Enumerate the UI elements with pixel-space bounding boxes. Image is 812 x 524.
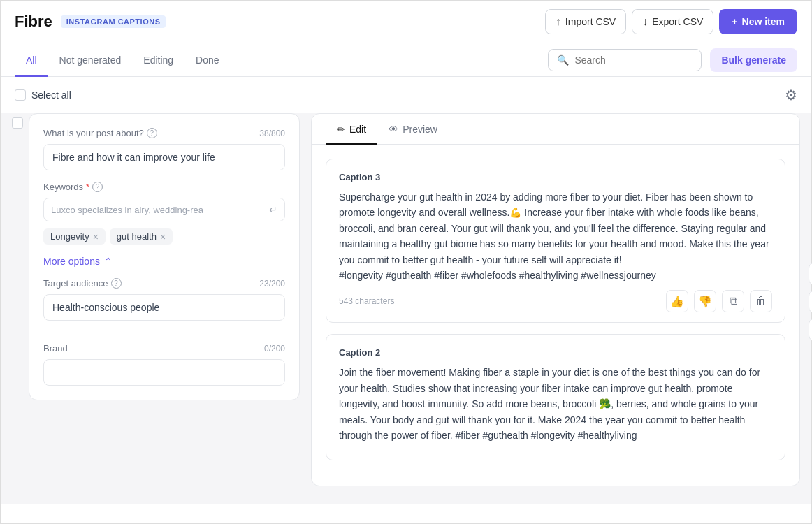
gear-icon[interactable]: ⚙ — [785, 87, 797, 103]
post-about-input[interactable] — [43, 144, 285, 170]
select-all-checkbox[interactable] — [15, 89, 26, 101]
bulk-generate-button[interactable]: Bulk generate — [710, 48, 797, 72]
caption-card-3: Caption 3 Supercharge your gut health in… — [326, 159, 785, 323]
caption-3-title: Caption 3 — [339, 172, 772, 182]
refresh-side-button[interactable]: ↻ — [809, 263, 812, 285]
tag-longevity-remove[interactable]: × — [93, 232, 99, 242]
brand-header: Brand 0/200 — [43, 343, 285, 354]
caption-3-chars: 543 characters — [339, 296, 394, 306]
search-input[interactable] — [574, 54, 686, 66]
target-audience-input[interactable] — [43, 294, 285, 321]
export-icon: ↓ — [642, 15, 648, 28]
import-icon: ↑ — [556, 15, 561, 28]
chevron-up-icon: ⌃ — [104, 256, 113, 267]
right-panel-wrapper: ✏ Edit 👁 Preview Caption 3 Supercharge y… — [305, 113, 800, 490]
keywords-placeholder: Luxco specializes in airy, wedding-rea — [51, 205, 265, 215]
post-about-header: What is your post about? ? 38/800 — [43, 128, 285, 138]
search-box: 🔍 — [548, 49, 702, 71]
tags-row: Longevity × gut health × — [43, 228, 285, 245]
keywords-label: Keywords * ? — [43, 182, 103, 192]
target-audience-count: 23/200 — [259, 279, 285, 289]
keywords-header: Keywords * ? — [43, 182, 285, 192]
tab-list: All Not generated Editing Done — [15, 43, 548, 76]
captions-content: Caption 3 Supercharge your gut health in… — [312, 145, 799, 486]
post-about-label: What is your post about? ? — [43, 128, 157, 138]
keywords-input-row[interactable]: Luxco specializes in airy, wedding-rea ↵ — [43, 198, 285, 221]
app-badge: INSTAGRAM CAPTIONS — [61, 15, 166, 28]
tab-not-generated[interactable]: Not generated — [48, 43, 133, 77]
export-csv-button[interactable]: ↓ Export CSV — [632, 9, 713, 34]
tab-editing[interactable]: Editing — [132, 43, 184, 77]
brand-section: Brand 0/200 — [43, 343, 285, 386]
import-csv-button[interactable]: ↑ Import CSV — [545, 9, 626, 34]
check-side-button[interactable]: ✓ — [809, 291, 812, 313]
caption-2-text: Join the fiber movement! Making fiber a … — [339, 365, 772, 443]
delete-button[interactable]: 🗑 — [750, 290, 772, 312]
post-about-count: 38/800 — [259, 129, 285, 138]
preview-eye-icon: 👁 — [389, 124, 398, 135]
right-panel: ✏ Edit 👁 Preview Caption 3 Supercharge y… — [311, 113, 800, 486]
tab-all[interactable]: All — [15, 43, 48, 77]
new-item-button[interactable]: + New item — [719, 9, 797, 34]
tag-gut-health: gut health × — [110, 228, 173, 245]
caption-2-title: Caption 2 — [339, 347, 772, 358]
plus-icon: + — [732, 16, 737, 27]
target-audience-help-icon[interactable]: ? — [111, 278, 122, 289]
search-icon: 🔍 — [557, 54, 569, 66]
keywords-help-icon[interactable]: ? — [92, 182, 103, 192]
tag-longevity: Longevity × — [43, 228, 106, 245]
thumbs-down-button[interactable]: 👎 — [694, 290, 716, 312]
edit-pencil-icon: ✏ — [337, 124, 345, 135]
side-actions: ↻ ✓ 🗑 — [809, 263, 812, 341]
edit-tab[interactable]: ✏ Edit — [326, 114, 377, 145]
tab-done[interactable]: Done — [184, 43, 230, 77]
select-all-row: Select all ⚙ — [1, 77, 811, 113]
app-logo: Fibre — [15, 13, 52, 31]
tab-bar: All Not generated Editing Done 🔍 Bulk ge… — [1, 43, 811, 77]
main-content: What is your post about? ? 38/800 Keywor… — [1, 113, 811, 504]
keywords-section: Keywords * ? Luxco specializes in airy, … — [43, 182, 285, 245]
edit-preview-tabs: ✏ Edit 👁 Preview — [312, 114, 799, 145]
required-star: * — [86, 182, 89, 192]
post-about-help-icon[interactable]: ? — [147, 128, 157, 138]
select-all-label[interactable]: Select all — [15, 89, 71, 101]
item-checkbox[interactable] — [12, 117, 23, 129]
caption-3-meta: 543 characters 👍 👎 ⧉ 🗑 — [339, 290, 772, 312]
brand-label: Brand — [43, 343, 68, 354]
tag-gut-health-remove[interactable]: × — [160, 232, 166, 242]
target-audience-label: Target audience ? — [43, 278, 122, 289]
copy-button[interactable]: ⧉ — [722, 290, 744, 312]
left-panel: What is your post about? ? 38/800 Keywor… — [29, 113, 300, 400]
target-audience-header: Target audience ? 23/200 — [43, 278, 285, 289]
preview-tab[interactable]: 👁 Preview — [377, 114, 449, 145]
trash-side-button[interactable]: 🗑 — [809, 319, 812, 341]
brand-input[interactable] — [43, 359, 285, 386]
more-options-toggle[interactable]: More options ⌃ — [43, 256, 285, 267]
thumbs-up-button[interactable]: 👍 — [666, 290, 688, 312]
target-audience-section: Target audience ? 23/200 — [43, 278, 285, 332]
app-header: Fibre INSTAGRAM CAPTIONS ↑ Import CSV ↓ … — [1, 1, 811, 43]
caption-3-text: Supercharge your gut health in 2024 by a… — [339, 189, 772, 283]
caption-card-2: Caption 2 Join the fiber movement! Makin… — [326, 334, 785, 460]
enter-icon: ↵ — [269, 204, 277, 215]
caption-3-actions: 👍 👎 ⧉ 🗑 — [666, 290, 772, 312]
brand-count: 0/200 — [264, 344, 285, 354]
